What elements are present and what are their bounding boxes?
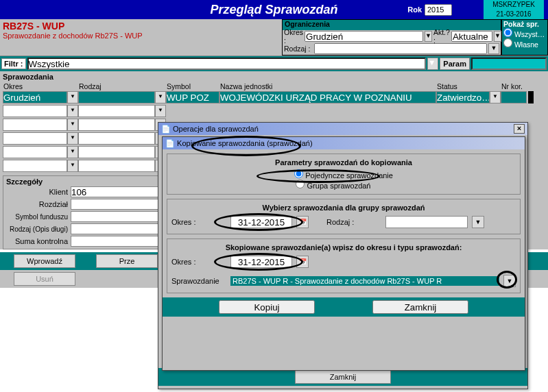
- rodzaj-select[interactable]: [385, 216, 468, 228]
- okres-select[interactable]: [305, 31, 423, 42]
- app-icon: 📄: [161, 125, 171, 133]
- current-date: 21-03-2016: [484, 10, 544, 19]
- spr-select[interactable]: RB27S - WUP R - Sprawozdanie z dochodów …: [230, 276, 499, 286]
- dialog2-titlebar[interactable]: 📄 Kopiowanie sprawozdania (sprawozdań): [163, 137, 525, 149]
- rodzaj-label: Rodzaj :: [326, 218, 381, 226]
- table-row[interactable]: ▼ ▼ ▼: [0, 90, 548, 104]
- filter-bar: Filtr : ▼ Param: [0, 56, 548, 71]
- chevron-down-icon[interactable]: ▼: [494, 31, 501, 42]
- radio-single[interactable]: [294, 169, 303, 178]
- col-nazwa: Nazwa jednostki: [219, 82, 436, 90]
- user-name: MSKRZYPEK: [484, 0, 544, 10]
- panel-select-group: Wybierz sprawozdania dla grupy sprawozda…: [167, 199, 521, 234]
- radio-own[interactable]: [503, 38, 512, 47]
- close-icon[interactable]: ×: [514, 124, 525, 134]
- opt-single[interactable]: Pojedyncze sprawozdanie: [294, 171, 393, 180]
- show-opt-all[interactable]: Wszyst…: [502, 28, 547, 38]
- chevron-down-icon[interactable]: ▼: [155, 105, 166, 117]
- header-left: RB27S - WUP Sprawozdanie z dochodów Rb27…: [0, 19, 282, 56]
- symbolf-label: Symbol funduszu: [6, 214, 68, 220]
- akt-label: Akt.? :: [433, 28, 450, 45]
- page-title: RB27S - WUP: [3, 21, 279, 32]
- cell-nrkor[interactable]: [501, 91, 527, 103]
- grid-header: Okres Rodzaj Symbol Nazwa jednostki Stat…: [0, 82, 548, 90]
- rodzajd-label: Rodzaj (Opis długi): [6, 226, 68, 232]
- param-input[interactable]: [471, 58, 547, 70]
- usun-button[interactable]: Usuń: [14, 272, 75, 286]
- chevron-down-icon[interactable]: ▼: [67, 105, 78, 117]
- page-subtitle: Sprawozdanie z dochodów Rb27S - WUP: [3, 32, 279, 40]
- rozdzial-label: Rozdział: [6, 200, 68, 208]
- rodzaj-select[interactable]: [314, 43, 487, 54]
- chevron-down-icon[interactable]: ▼: [490, 91, 501, 103]
- opt-group[interactable]: Grupa sprawozdań: [296, 182, 370, 190]
- table-row[interactable]: ▼ ▼: [0, 104, 548, 118]
- panel1-title: Parametry sprawozdań do kopiowania: [171, 158, 516, 167]
- rok-input[interactable]: [425, 4, 452, 16]
- calendar-icon[interactable]: 📅: [296, 256, 309, 268]
- klient-label: Klient: [6, 188, 68, 196]
- calendar-icon[interactable]: 📅: [296, 216, 309, 228]
- chevron-down-icon[interactable]: ▼: [67, 132, 78, 145]
- row-marker: [528, 91, 534, 103]
- header: RB27S - WUP Sprawozdanie z dochodów Rb27…: [0, 19, 548, 56]
- okres-label-2: Okres :: [171, 258, 226, 266]
- chevron-down-icon[interactable]: ▼: [67, 119, 78, 131]
- chevron-down-icon[interactable]: ▼: [67, 91, 78, 103]
- suma-label: Suma kontrolna: [6, 237, 68, 245]
- app-title: Przegląd Sprawozdań: [210, 3, 337, 17]
- dialog1-titlebar[interactable]: 📄 Operacje dla sprawozdań ×: [158, 123, 527, 135]
- cell-okres[interactable]: [3, 91, 67, 103]
- topbar: Przegląd Sprawozdań Rok MSKRZYPEK 21-03-…: [0, 0, 548, 19]
- zamknij-button[interactable]: Zamknij: [295, 370, 391, 384]
- cell-nazwa[interactable]: [219, 91, 436, 103]
- dialog2-bottom: Kopiuj Zamknij: [163, 297, 525, 317]
- cell-rodzaj[interactable]: [78, 91, 155, 103]
- filtr-label: Filtr :: [1, 58, 26, 69]
- limits-title: Ograniczenia: [283, 20, 501, 30]
- radio-group[interactable]: [296, 180, 305, 188]
- akt-select[interactable]: [451, 31, 492, 42]
- chevron-down-icon[interactable]: ▼: [488, 43, 499, 54]
- cell-status[interactable]: [436, 91, 490, 103]
- date-input-1[interactable]: [230, 216, 292, 228]
- panel-target: Skopiowane sprawozdanie(a) wpisz do okre…: [167, 238, 521, 293]
- panel2-title: Wybierz sprawozdania dla grupy sprawozda…: [171, 204, 516, 212]
- cell-symbol[interactable]: [166, 91, 219, 103]
- filtr-input[interactable]: [27, 58, 427, 70]
- grid-title: Sprawozdania: [0, 71, 548, 82]
- col-rodzaj: Rodzaj: [78, 82, 166, 90]
- dialog1-title: Operacje dla sprawozdań: [173, 125, 259, 133]
- date-input-2[interactable]: [230, 256, 292, 268]
- dialog2-title: Kopiowanie sprawozdania (sprawozdań): [177, 139, 313, 147]
- col-nrkor: Nr kor.: [501, 82, 531, 90]
- rodzaj-label: Rodzaj :: [284, 45, 313, 53]
- wprowadz-button[interactable]: Wprowadź: [14, 254, 75, 268]
- zamknij-button-2[interactable]: Zamknij: [372, 300, 468, 314]
- chevron-down-icon[interactable]: ▼: [472, 216, 484, 228]
- dialog-copy: 📄 Kopiowanie sprawozdania (sprawozdań) P…: [162, 136, 525, 371]
- limits-box: Ograniczenia Okres : ▼ Akt.? : ▼ Rodzaj …: [282, 19, 501, 56]
- chevron-down-icon[interactable]: ▼: [67, 146, 78, 158]
- kopiuj-button[interactable]: Kopiuj: [219, 300, 315, 314]
- spr-label: Sprawozdanie: [171, 277, 226, 285]
- radio-all[interactable]: [503, 28, 512, 37]
- okres-label: Okres :: [171, 218, 226, 226]
- chevron-down-icon[interactable]: ▼: [427, 58, 438, 70]
- show-opt-own[interactable]: Własne: [502, 38, 547, 49]
- col-symbol: Symbol: [166, 82, 219, 90]
- show-box: Pokaż spr. Wszyst… Własne: [501, 19, 548, 56]
- rok-field: Rok: [407, 4, 452, 16]
- okres-label: Okres :: [284, 28, 303, 45]
- chevron-down-icon[interactable]: ▼: [425, 31, 432, 42]
- param-label: Param: [440, 58, 470, 70]
- chevron-down-icon[interactable]: ▼: [503, 275, 516, 287]
- panel3-title: Skopiowane sprawozdanie(a) wpisz do okre…: [171, 243, 516, 252]
- prze-button[interactable]: Prze: [96, 254, 158, 268]
- col-okres: Okres: [3, 82, 78, 90]
- user-block: MSKRZYPEK 21-03-2016: [484, 0, 544, 19]
- show-title: Pokaż spr.: [502, 20, 547, 28]
- chevron-down-icon[interactable]: ▼: [155, 91, 166, 103]
- panel-params: Parametry sprawozdań do kopiowania Pojed…: [167, 154, 521, 195]
- chevron-down-icon[interactable]: ▼: [67, 160, 78, 172]
